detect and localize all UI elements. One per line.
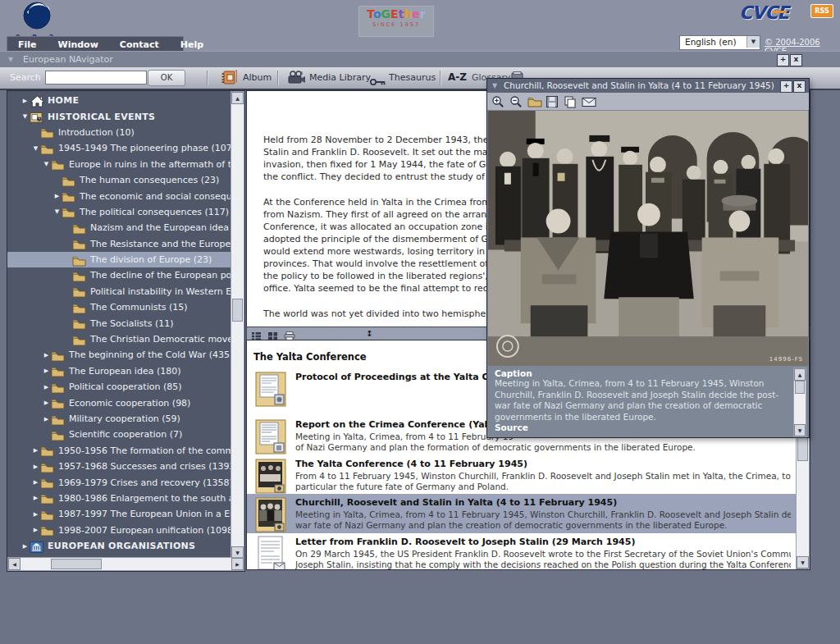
media-library-label[interactable]: Media Library bbox=[309, 72, 371, 83]
tree-expand-arrow-icon[interactable]: ▶ bbox=[42, 416, 51, 422]
tree-item[interactable]: ▼Europe in ruins in the aftermath of the… bbox=[7, 157, 232, 172]
scroll-down-arrow-icon[interactable]: ▼ bbox=[794, 424, 806, 436]
yalta-photo[interactable]: 14996-FS bbox=[488, 111, 808, 366]
scroll-up-arrow-icon[interactable]: ▲ bbox=[794, 368, 806, 381]
tree-item[interactable]: The decline of the European powers (7) bbox=[7, 267, 232, 283]
document-thumbnail-icon[interactable] bbox=[255, 496, 286, 532]
tree-item[interactable]: ▶Political cooperation (85) bbox=[7, 379, 232, 395]
tree-item[interactable]: Nazism and the European idea (7) bbox=[7, 220, 232, 235]
navigator-titlebar[interactable]: ▼ European NAvigator + x bbox=[0, 51, 840, 68]
tree-expand-arrow-icon[interactable]: ▼ bbox=[31, 145, 40, 152]
list-item[interactable]: The Yalta Conference (4 to 11 February 1… bbox=[247, 455, 796, 494]
document-thumbnail-icon[interactable] bbox=[255, 371, 286, 407]
list-item[interactable]: Churchill, Roosevelt and Stalin in Yalta… bbox=[247, 494, 796, 533]
scrollbar-thumb[interactable] bbox=[797, 436, 808, 461]
tree-expand-arrow-icon[interactable]: ▶ bbox=[52, 193, 62, 199]
tree-expand-arrow-icon[interactable]: ▶ bbox=[42, 368, 51, 374]
tree-expand-arrow-icon[interactable]: ▶ bbox=[42, 352, 51, 359]
scroll-right-arrow-icon[interactable]: ▶ bbox=[231, 558, 244, 570]
tree-item[interactable]: ▶1957-1968 Successes and crises (1392) bbox=[7, 459, 232, 474]
tree-expand-arrow-icon[interactable]: ▶ bbox=[31, 527, 40, 533]
tree-item[interactable]: ▶Military cooperation (59) bbox=[7, 411, 232, 427]
tree-expand-arrow-icon[interactable]: ▶ bbox=[42, 384, 51, 391]
tree-item[interactable]: ▶EUROPEAN ORGANISATIONS bbox=[7, 538, 232, 554]
tree-item[interactable]: The Christian Democratic movement (9) bbox=[7, 331, 232, 347]
scrollbar-thumb[interactable] bbox=[51, 559, 102, 569]
tree-item[interactable]: The human consequences (23) bbox=[7, 172, 232, 188]
tree-expand-arrow-icon[interactable]: ▼ bbox=[21, 113, 30, 120]
save-icon[interactable] bbox=[546, 95, 559, 108]
scroll-left-arrow-icon[interactable]: ◀ bbox=[8, 558, 21, 570]
tree-vertical-scrollbar[interactable]: ▲ ▼ bbox=[231, 91, 244, 560]
document-thumbnail-icon[interactable] bbox=[255, 418, 286, 454]
scroll-down-arrow-icon[interactable]: ▼ bbox=[797, 556, 809, 569]
media-viewer-close-button[interactable]: x bbox=[793, 80, 806, 93]
tree-expand-arrow-icon[interactable]: ▶ bbox=[31, 479, 40, 486]
tree-item[interactable]: ▼The political consequences (117) bbox=[7, 204, 232, 220]
tree-item[interactable]: ▼1945-1949 The pioneering phase (1072) bbox=[7, 140, 232, 156]
tree-expand-arrow-icon[interactable]: ▶ bbox=[31, 447, 40, 454]
scroll-up-arrow-icon[interactable]: ▲ bbox=[231, 92, 244, 104]
document-thumbnail-icon[interactable] bbox=[255, 536, 286, 570]
tree-item[interactable]: ▼HISTORICAL EVENTS bbox=[7, 108, 232, 124]
tree-expand-arrow-icon[interactable]: ▼ bbox=[42, 161, 51, 167]
tree-expand-arrow-icon[interactable]: ▶ bbox=[21, 98, 30, 104]
zoom-out-icon[interactable] bbox=[509, 95, 523, 108]
rss-button[interactable]: RSS bbox=[810, 4, 833, 18]
tree-horizontal-scrollbar[interactable]: ◀ ▶ bbox=[7, 557, 244, 571]
tree-item[interactable]: ▶1969-1979 Crises and recovery (1358) bbox=[7, 474, 232, 490]
media-viewer-maximize-button[interactable]: + bbox=[780, 80, 792, 93]
language-select[interactable]: English (en) ▼ bbox=[679, 35, 760, 50]
open-folder-icon[interactable] bbox=[527, 95, 541, 108]
az-icon[interactable]: A-Z bbox=[448, 71, 467, 83]
tree-item[interactable]: ▶1980-1986 Enlargement to the south and … bbox=[7, 491, 232, 506]
tree-item[interactable]: ▶Economic cooperation (98) bbox=[7, 395, 232, 410]
mail-icon[interactable] bbox=[582, 95, 596, 108]
document-thumbnail-icon[interactable] bbox=[255, 458, 286, 494]
menu-item-window[interactable]: Window bbox=[48, 39, 109, 50]
scrollbar-thumb[interactable] bbox=[795, 381, 805, 394]
collapse-arrow-icon[interactable]: ▼ bbox=[492, 82, 497, 89]
menu-item-file[interactable]: File bbox=[7, 39, 48, 50]
thumbnail-view-icon[interactable] bbox=[267, 329, 280, 339]
zoom-in-icon[interactable] bbox=[491, 95, 505, 108]
tree-item[interactable]: The Resistance and the European idea (14 bbox=[7, 236, 232, 252]
tree-item[interactable]: ▶The beginning of the Cold War (435) bbox=[7, 347, 232, 363]
album-icon[interactable] bbox=[220, 70, 238, 86]
tree-item[interactable]: ▶1950-1956 The formation of the communit… bbox=[7, 443, 232, 459]
language-dropdown-arrow-icon[interactable]: ▼ bbox=[746, 36, 760, 48]
thesaurus-label[interactable]: Thesaurus bbox=[389, 72, 436, 83]
media-library-icon[interactable]: 4 bbox=[287, 71, 305, 87]
tree-item[interactable]: ▶HOME bbox=[7, 93, 232, 108]
scrollbar-thumb[interactable] bbox=[232, 299, 243, 322]
menu-item-contact[interactable]: Contact bbox=[109, 39, 170, 50]
tree-expand-arrow-icon[interactable]: ▼ bbox=[52, 208, 62, 215]
tree-expand-arrow-icon[interactable]: ▶ bbox=[21, 543, 30, 550]
search-input[interactable] bbox=[45, 71, 147, 84]
navigator-maximize-button[interactable]: + bbox=[777, 54, 789, 66]
tree-item[interactable]: ▶The economic and social consequences (5… bbox=[7, 188, 232, 203]
tree-item[interactable]: The division of Europe (23) bbox=[7, 252, 232, 267]
tree-expand-arrow-icon[interactable]: ▶ bbox=[31, 511, 40, 518]
tree-item[interactable]: ▶1987-1997 The European Union in a Europ… bbox=[7, 506, 232, 522]
caption-scrollbar[interactable]: ▲ ▼ bbox=[793, 368, 806, 437]
tree-item[interactable]: The Socialists (11) bbox=[7, 315, 232, 331]
collapse-arrow-icon[interactable]: ▼ bbox=[8, 56, 13, 63]
tree-item[interactable]: ▶The European idea (180) bbox=[7, 363, 232, 379]
copy-icon[interactable] bbox=[564, 95, 578, 108]
tree-expand-arrow-icon[interactable]: ▶ bbox=[31, 464, 40, 470]
menu-item-help[interactable]: Help bbox=[170, 39, 214, 50]
tree-item[interactable]: ▶1998-2007 European unification (1098) bbox=[7, 523, 232, 538]
navigator-close-button[interactable]: x bbox=[790, 54, 802, 66]
list-item[interactable]: Letter from Franklin D. Roosevelt to Jos… bbox=[247, 533, 796, 570]
album-label[interactable]: Album bbox=[243, 72, 272, 83]
tree-item[interactable]: Political instability in Western Europe … bbox=[7, 284, 232, 299]
media-viewer-titlebar[interactable]: ▼ Churchill, Roosevelt and Stalin in Yal… bbox=[487, 79, 809, 93]
print-icon[interactable] bbox=[284, 329, 296, 339]
search-ok-button[interactable]: OK bbox=[148, 70, 185, 86]
tree-expand-arrow-icon[interactable]: ▶ bbox=[31, 495, 40, 501]
list-view-icon[interactable] bbox=[251, 329, 263, 339]
tree-expand-arrow-icon[interactable]: ▶ bbox=[42, 400, 51, 406]
tree-item[interactable]: The Communists (15) bbox=[7, 299, 232, 315]
tree-item[interactable]: Scientific cooperation (7) bbox=[7, 427, 232, 442]
